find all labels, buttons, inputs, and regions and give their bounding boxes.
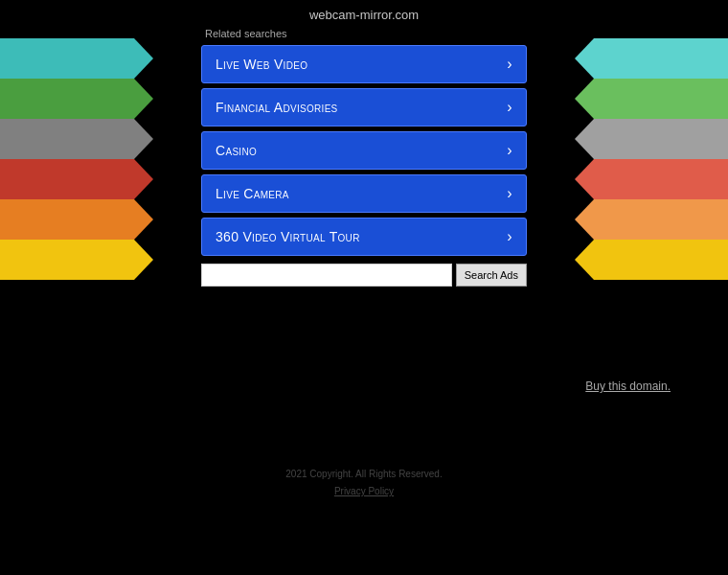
- search-ads-button[interactable]: Search Ads: [456, 264, 527, 287]
- search-link-label-casino: Casino: [216, 143, 257, 158]
- search-link-label-live-web-video: Live Web Video: [216, 57, 307, 72]
- site-title: webcam-mirror.com: [309, 8, 419, 22]
- chevron-right-icon: ›: [507, 185, 512, 202]
- search-link-label-live-camera: Live Camera: [216, 186, 289, 201]
- left-arrow-gray: [0, 119, 153, 159]
- privacy-policy-link[interactable]: Privacy Policy: [334, 486, 394, 496]
- right-arrow-teal: [575, 38, 728, 79]
- center-content: webcam-mirror.com Related searches Live …: [201, 0, 527, 287]
- search-bar-row: Search Ads: [201, 264, 527, 287]
- search-link-label-financial-advisories: Financial Advisories: [216, 100, 338, 115]
- left-arrow-red: [0, 159, 153, 199]
- copyright-text: 2021 Copyright. All Rights Reserved.: [285, 469, 442, 479]
- chevron-right-icon: ›: [507, 99, 512, 116]
- buy-domain-link[interactable]: Buy this domain.: [585, 380, 671, 393]
- left-arrow-teal: [0, 38, 153, 79]
- chevron-right-icon: ›: [507, 56, 512, 73]
- left-arrow-green: [0, 79, 153, 119]
- right-arrows: [575, 38, 728, 280]
- search-link-360-video-virtual-tour[interactable]: 360 Video Virtual Tour›: [201, 218, 527, 256]
- left-arrow-yellow: [0, 240, 153, 280]
- left-arrows: [0, 38, 153, 280]
- search-input[interactable]: [201, 264, 452, 287]
- related-searches-label: Related searches: [205, 28, 287, 39]
- search-link-live-web-video[interactable]: Live Web Video›: [201, 45, 527, 83]
- search-links-list: Live Web Video›Financial Advisories›Casi…: [201, 45, 527, 256]
- chevron-right-icon: ›: [507, 228, 512, 245]
- right-arrow-red: [575, 159, 728, 199]
- right-arrow-green: [575, 79, 728, 119]
- search-link-label-360-video-virtual-tour: 360 Video Virtual Tour: [216, 229, 360, 244]
- left-arrow-orange: [0, 199, 153, 240]
- search-link-casino[interactable]: Casino›: [201, 131, 527, 170]
- right-arrow-gray: [575, 119, 728, 159]
- search-link-financial-advisories[interactable]: Financial Advisories›: [201, 88, 527, 126]
- search-link-live-camera[interactable]: Live Camera›: [201, 174, 527, 213]
- chevron-right-icon: ›: [507, 142, 512, 159]
- right-arrow-yellow: [575, 240, 728, 280]
- right-arrow-orange: [575, 199, 728, 240]
